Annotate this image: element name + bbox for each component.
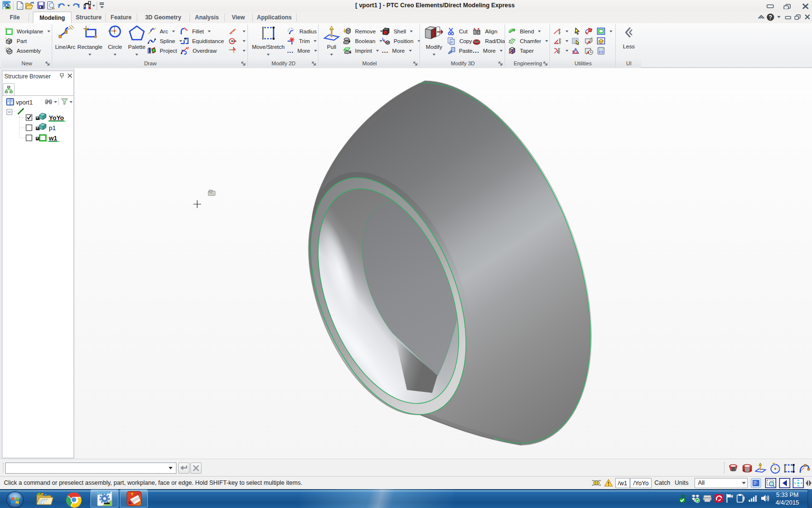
svg-text:?: ? (768, 14, 772, 21)
svg-text:w1: w1 (48, 134, 57, 142)
svg-text:p1: p1 (49, 124, 56, 132)
svg-text:YoYo: YoYo (49, 114, 64, 121)
svg-text:F: F (451, 41, 453, 44)
